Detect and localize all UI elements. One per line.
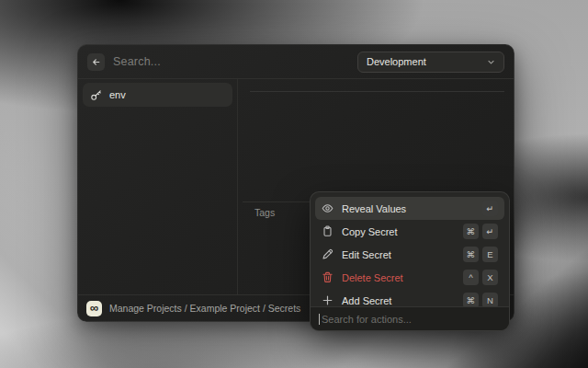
pencil-icon xyxy=(322,248,334,260)
menu-item-edit-secret[interactable]: Edit Secret ⌘ E xyxy=(315,243,504,266)
eye-icon xyxy=(322,202,334,214)
menu-item-label: Add Secret xyxy=(342,295,455,306)
window-body: env Tags Reveal Values ↵ xyxy=(78,79,514,294)
key-badge-x: X xyxy=(482,270,498,285)
chevron-down-icon xyxy=(487,58,495,66)
menu-item-copy-secret[interactable]: Copy Secret ⌘ ↵ xyxy=(315,220,504,243)
secrets-sidebar: env xyxy=(78,79,238,294)
window-header: Search... Development xyxy=(78,45,514,79)
tags-label: Tags xyxy=(254,207,275,218)
environment-select[interactable]: Development xyxy=(357,52,504,73)
key-badge-cmd: ⌘ xyxy=(463,224,480,239)
environment-select-value: Development xyxy=(367,56,481,67)
actions-menu-list: Reveal Values ↵ Copy Secret ⌘ ↵ xyxy=(311,192,509,306)
trash-icon xyxy=(322,271,334,283)
menu-item-reveal-values[interactable]: Reveal Values ↵ xyxy=(315,197,504,220)
key-badge-cmd: ⌘ xyxy=(463,293,480,306)
detail-divider-top xyxy=(250,91,504,92)
breadcrumb: Manage Projects / Example Project / Secr… xyxy=(109,303,304,314)
key-icon xyxy=(90,89,102,101)
key-badge-e: E xyxy=(482,247,498,262)
menu-item-label: Copy Secret xyxy=(342,226,455,237)
text-caret xyxy=(319,314,320,325)
key-badge-cmd: ⌘ xyxy=(463,247,480,262)
key-badge-return: ↵ xyxy=(482,224,498,239)
menu-item-add-secret[interactable]: Add Secret ⌘ N xyxy=(315,289,504,306)
key-badge-return: ↵ xyxy=(482,201,498,216)
actions-search-placeholder: Search for actions... xyxy=(322,314,412,325)
menu-item-label: Edit Secret xyxy=(342,249,455,260)
plus-icon xyxy=(322,294,334,306)
infisical-logo-icon: ∞ xyxy=(86,301,102,316)
app-window: Search... Development env Tags xyxy=(77,44,514,322)
actions-menu: Reveal Values ↵ Copy Secret ⌘ ↵ xyxy=(310,191,510,331)
menu-item-delete-secret[interactable]: Delete Secret ^ X xyxy=(315,266,504,289)
sidebar-item-label: env xyxy=(109,89,126,100)
back-button[interactable] xyxy=(87,53,105,71)
sidebar-item-env[interactable]: env xyxy=(83,83,232,107)
search-input[interactable]: Search... xyxy=(113,55,349,68)
arrow-left-icon xyxy=(91,57,101,67)
menu-item-label: Delete Secret xyxy=(342,272,455,283)
key-badge-n: N xyxy=(482,293,498,306)
key-badge-ctrl: ^ xyxy=(463,270,479,285)
menu-item-label: Reveal Values xyxy=(342,203,474,214)
actions-search-input[interactable]: Search for actions... xyxy=(311,306,509,330)
clipboard-icon xyxy=(322,225,334,237)
